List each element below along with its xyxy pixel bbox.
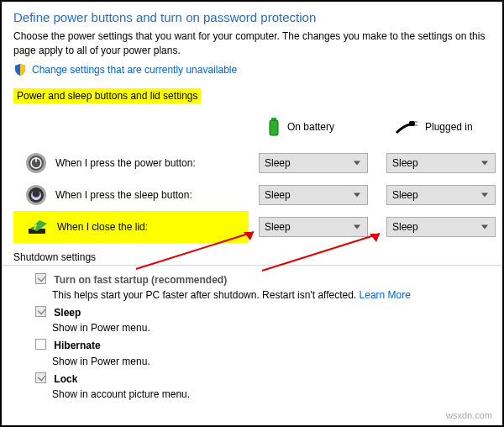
hibernate-opt-title: Hibernate — [54, 340, 100, 351]
sleep-battery-combo[interactable]: Sleep — [259, 185, 368, 205]
change-settings-link[interactable]: Change settings that are currently unava… — [32, 64, 237, 76]
sleep-checkbox[interactable] — [35, 306, 46, 317]
close-lid-label: When I close the lid: — [57, 221, 148, 233]
sleep-button-icon — [25, 184, 47, 206]
page-description: Choose the power settings that you want … — [13, 29, 491, 58]
fast-startup-title: Turn on fast startup (recommended) — [54, 274, 227, 286]
laptop-lid-icon — [25, 218, 49, 236]
power-battery-combo[interactable]: Sleep — [259, 153, 368, 173]
hibernate-opt-sub: Show in Power menu. — [52, 355, 491, 368]
power-button-icon — [25, 152, 47, 174]
sleep-button-label: When I press the sleep button: — [55, 189, 192, 201]
lock-opt-title: Lock — [54, 373, 77, 385]
power-button-label: When I press the power button: — [55, 157, 196, 169]
fast-startup-sub: This helps start your PC faster after sh… — [52, 289, 360, 301]
learn-more-link[interactable]: Learn More — [360, 289, 411, 301]
watermark: wsxdn.com — [446, 410, 492, 420]
svg-point-10 — [29, 187, 44, 203]
section-power-sleep-lid: Power and sleep buttons and lid settings — [13, 88, 201, 103]
fast-startup-checkbox[interactable] — [35, 273, 46, 284]
hibernate-checkbox[interactable] — [35, 339, 46, 350]
sleep-opt-title: Sleep — [54, 307, 81, 319]
svg-rect-2 — [409, 121, 415, 126]
plug-icon — [395, 119, 418, 134]
plugged-in-label: Plugged in — [425, 121, 473, 133]
power-plugged-combo[interactable]: Sleep — [386, 153, 496, 173]
sleep-plugged-combo[interactable]: Sleep — [386, 185, 496, 205]
lock-opt-sub: Show in account picture menu. — [52, 387, 491, 401]
page-title: Define power buttons and turn on passwor… — [13, 10, 491, 24]
sleep-opt-sub: Show in Power menu. — [52, 321, 491, 335]
on-battery-label: On battery — [287, 121, 334, 133]
battery-icon — [267, 116, 281, 138]
lid-plugged-combo[interactable]: Sleep — [386, 217, 496, 237]
shield-icon — [13, 63, 27, 76]
lid-battery-combo[interactable]: Sleep — [259, 217, 368, 237]
shutdown-settings-heading: Shutdown settings — [2, 248, 502, 266]
svg-rect-1 — [270, 120, 278, 135]
lock-checkbox[interactable] — [35, 372, 46, 383]
